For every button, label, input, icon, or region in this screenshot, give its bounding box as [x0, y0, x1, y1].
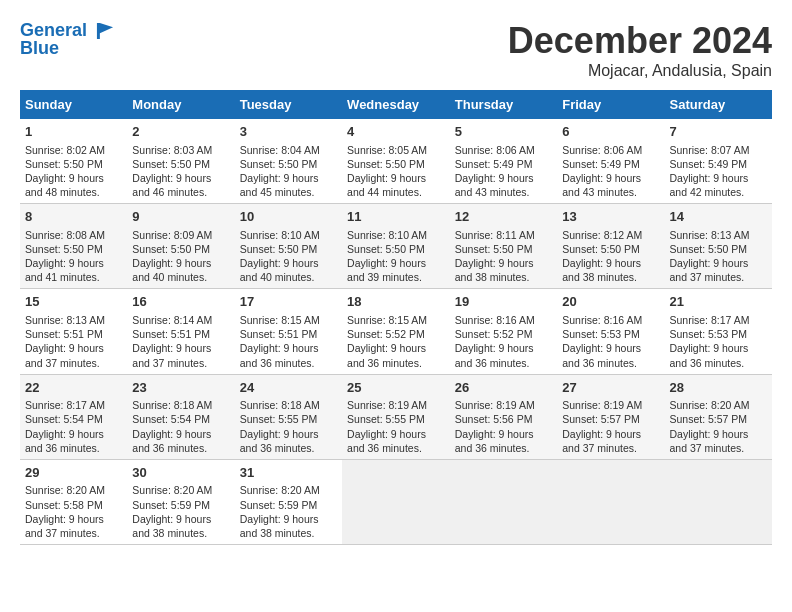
calendar-cell: 2Sunrise: 8:03 AMSunset: 5:50 PMDaylight…	[127, 119, 234, 204]
day-number: 16	[132, 293, 229, 311]
sunrise-text: Sunrise: 8:07 AM	[669, 144, 749, 156]
day-number: 26	[455, 379, 552, 397]
sunset-text: Sunset: 5:49 PM	[669, 158, 747, 170]
sunrise-text: Sunrise: 8:16 AM	[562, 314, 642, 326]
calendar-week-row: 15Sunrise: 8:13 AMSunset: 5:51 PMDayligh…	[20, 289, 772, 374]
day-number: 5	[455, 123, 552, 141]
header: General Blue December 2024 Mojacar, Anda…	[20, 20, 772, 80]
svg-marker-0	[97, 23, 113, 39]
daylight-text: Daylight: 9 hours and 38 minutes.	[132, 513, 211, 539]
day-number: 27	[562, 379, 659, 397]
day-number: 10	[240, 208, 337, 226]
logo-flag-icon	[94, 20, 116, 42]
sunset-text: Sunset: 5:53 PM	[669, 328, 747, 340]
daylight-text: Daylight: 9 hours and 36 minutes.	[240, 428, 319, 454]
calendar-cell: 12Sunrise: 8:11 AMSunset: 5:50 PMDayligh…	[450, 204, 557, 289]
calendar-cell: 29Sunrise: 8:20 AMSunset: 5:58 PMDayligh…	[20, 459, 127, 544]
sunset-text: Sunset: 5:51 PM	[132, 328, 210, 340]
daylight-text: Daylight: 9 hours and 36 minutes.	[669, 342, 748, 368]
sunset-text: Sunset: 5:56 PM	[455, 413, 533, 425]
day-number: 31	[240, 464, 337, 482]
day-number: 8	[25, 208, 122, 226]
day-number: 13	[562, 208, 659, 226]
daylight-text: Daylight: 9 hours and 38 minutes.	[562, 257, 641, 283]
calendar-cell: 10Sunrise: 8:10 AMSunset: 5:50 PMDayligh…	[235, 204, 342, 289]
day-number: 9	[132, 208, 229, 226]
sunset-text: Sunset: 5:49 PM	[562, 158, 640, 170]
daylight-text: Daylight: 9 hours and 44 minutes.	[347, 172, 426, 198]
daylight-text: Daylight: 9 hours and 36 minutes.	[132, 428, 211, 454]
sunset-text: Sunset: 5:53 PM	[562, 328, 640, 340]
sunset-text: Sunset: 5:55 PM	[240, 413, 318, 425]
sunset-text: Sunset: 5:50 PM	[25, 243, 103, 255]
calendar-cell: 7Sunrise: 8:07 AMSunset: 5:49 PMDaylight…	[664, 119, 772, 204]
day-number: 12	[455, 208, 552, 226]
calendar-cell	[557, 459, 664, 544]
calendar-cell: 11Sunrise: 8:10 AMSunset: 5:50 PMDayligh…	[342, 204, 450, 289]
daylight-text: Daylight: 9 hours and 38 minutes.	[240, 513, 319, 539]
col-header-monday: Monday	[127, 90, 234, 119]
day-number: 18	[347, 293, 445, 311]
sunrise-text: Sunrise: 8:18 AM	[240, 399, 320, 411]
sunrise-text: Sunrise: 8:03 AM	[132, 144, 212, 156]
daylight-text: Daylight: 9 hours and 43 minutes.	[562, 172, 641, 198]
sunset-text: Sunset: 5:50 PM	[347, 158, 425, 170]
sunset-text: Sunset: 5:50 PM	[132, 158, 210, 170]
col-header-wednesday: Wednesday	[342, 90, 450, 119]
sunset-text: Sunset: 5:51 PM	[25, 328, 103, 340]
sunrise-text: Sunrise: 8:10 AM	[347, 229, 427, 241]
sunset-text: Sunset: 5:51 PM	[240, 328, 318, 340]
daylight-text: Daylight: 9 hours and 36 minutes.	[562, 342, 641, 368]
sunset-text: Sunset: 5:54 PM	[132, 413, 210, 425]
sunrise-text: Sunrise: 8:13 AM	[25, 314, 105, 326]
sunset-text: Sunset: 5:50 PM	[562, 243, 640, 255]
sunrise-text: Sunrise: 8:13 AM	[669, 229, 749, 241]
sunrise-text: Sunrise: 8:04 AM	[240, 144, 320, 156]
day-number: 20	[562, 293, 659, 311]
calendar-cell	[664, 459, 772, 544]
day-number: 2	[132, 123, 229, 141]
daylight-text: Daylight: 9 hours and 36 minutes.	[347, 342, 426, 368]
sunrise-text: Sunrise: 8:17 AM	[669, 314, 749, 326]
calendar-cell: 18Sunrise: 8:15 AMSunset: 5:52 PMDayligh…	[342, 289, 450, 374]
calendar-cell: 1Sunrise: 8:02 AMSunset: 5:50 PMDaylight…	[20, 119, 127, 204]
sunrise-text: Sunrise: 8:15 AM	[240, 314, 320, 326]
daylight-text: Daylight: 9 hours and 39 minutes.	[347, 257, 426, 283]
sunset-text: Sunset: 5:50 PM	[25, 158, 103, 170]
sunrise-text: Sunrise: 8:06 AM	[455, 144, 535, 156]
sunrise-text: Sunrise: 8:19 AM	[347, 399, 427, 411]
daylight-text: Daylight: 9 hours and 48 minutes.	[25, 172, 104, 198]
sunrise-text: Sunrise: 8:18 AM	[132, 399, 212, 411]
calendar-cell: 14Sunrise: 8:13 AMSunset: 5:50 PMDayligh…	[664, 204, 772, 289]
col-header-saturday: Saturday	[664, 90, 772, 119]
calendar-cell: 17Sunrise: 8:15 AMSunset: 5:51 PMDayligh…	[235, 289, 342, 374]
daylight-text: Daylight: 9 hours and 41 minutes.	[25, 257, 104, 283]
sunrise-text: Sunrise: 8:09 AM	[132, 229, 212, 241]
day-number: 4	[347, 123, 445, 141]
calendar-cell	[342, 459, 450, 544]
daylight-text: Daylight: 9 hours and 37 minutes.	[25, 342, 104, 368]
daylight-text: Daylight: 9 hours and 42 minutes.	[669, 172, 748, 198]
month-title: December 2024	[508, 20, 772, 62]
daylight-text: Daylight: 9 hours and 43 minutes.	[455, 172, 534, 198]
daylight-text: Daylight: 9 hours and 36 minutes.	[240, 342, 319, 368]
day-number: 19	[455, 293, 552, 311]
sunset-text: Sunset: 5:50 PM	[347, 243, 425, 255]
daylight-text: Daylight: 9 hours and 38 minutes.	[455, 257, 534, 283]
daylight-text: Daylight: 9 hours and 36 minutes.	[455, 342, 534, 368]
sunrise-text: Sunrise: 8:08 AM	[25, 229, 105, 241]
calendar-cell: 5Sunrise: 8:06 AMSunset: 5:49 PMDaylight…	[450, 119, 557, 204]
calendar-cell: 4Sunrise: 8:05 AMSunset: 5:50 PMDaylight…	[342, 119, 450, 204]
calendar-cell: 30Sunrise: 8:20 AMSunset: 5:59 PMDayligh…	[127, 459, 234, 544]
day-number: 29	[25, 464, 122, 482]
day-number: 28	[669, 379, 767, 397]
daylight-text: Daylight: 9 hours and 40 minutes.	[240, 257, 319, 283]
sunrise-text: Sunrise: 8:20 AM	[669, 399, 749, 411]
day-number: 23	[132, 379, 229, 397]
day-number: 11	[347, 208, 445, 226]
sunset-text: Sunset: 5:57 PM	[669, 413, 747, 425]
calendar-cell: 26Sunrise: 8:19 AMSunset: 5:56 PMDayligh…	[450, 374, 557, 459]
sunrise-text: Sunrise: 8:20 AM	[240, 484, 320, 496]
daylight-text: Daylight: 9 hours and 37 minutes.	[562, 428, 641, 454]
calendar-week-row: 22Sunrise: 8:17 AMSunset: 5:54 PMDayligh…	[20, 374, 772, 459]
